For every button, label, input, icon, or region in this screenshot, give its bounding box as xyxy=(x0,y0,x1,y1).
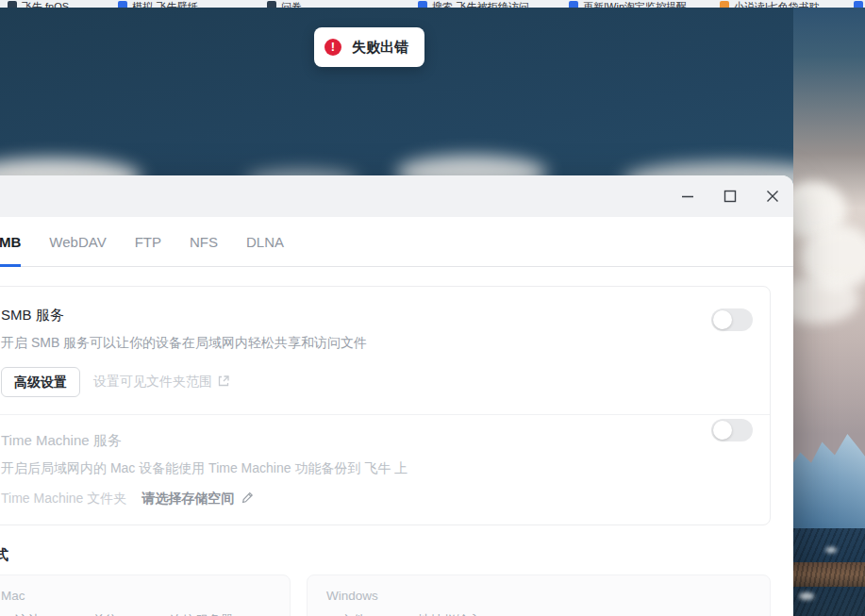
bookmark-label: 飞牛 fnOS xyxy=(22,1,69,8)
bookmark-label: 小说读|七色袋书耽 xyxy=(734,1,820,8)
bookmark-favicon xyxy=(267,1,276,8)
close-button[interactable] xyxy=(757,182,788,210)
connection-step: 3. 连接服务器 xyxy=(156,612,234,616)
connection-step: 1. 文件 xyxy=(326,612,366,616)
bookmark-item[interactable]: 搜索-飞牛被拒绝访问 xyxy=(418,1,529,8)
bookmark-label: 更新!Win淘宝监控提醒 xyxy=(583,1,687,8)
bookmark-favicon xyxy=(720,1,729,8)
bookmark-favicon xyxy=(418,1,427,8)
smb-service-title: SMB 服务 xyxy=(1,305,692,325)
connection-step: 2. 地址栏输入 xyxy=(404,612,482,616)
bookmark-item[interactable]: 小说读|七色袋书耽 xyxy=(720,1,820,8)
windows-card-title: Windows xyxy=(326,589,751,603)
time-machine-toggle[interactable] xyxy=(711,419,753,441)
smb-settings-card: SMB 服务 开启 SMB 服务可以让你的设备在局域网内轻松共享和访问文件 高级… xyxy=(0,286,771,525)
visible-folders-link-label: 设置可见文件夹范围 xyxy=(93,374,212,391)
connection-step: 1. 访达 xyxy=(1,612,41,616)
bookmarks-bar: 飞牛 fnOS模拟-飞牛壁纸问卷搜索-飞牛被拒绝访问更新!Win淘宝监控提醒小说… xyxy=(0,0,865,8)
connection-cards: Mac 1. 访达>>>2. 前往>>>3. 连接服务器 Windows 1. … xyxy=(0,574,771,616)
tab-webdav[interactable]: WebDAV xyxy=(49,217,106,266)
time-machine-folder-label: Time Machine 文件夹 xyxy=(1,491,126,508)
error-icon: ! xyxy=(324,39,341,56)
rock-brown-band xyxy=(793,562,865,587)
bookmark-label: 问卷 xyxy=(281,1,302,8)
mac-card-title: Mac xyxy=(1,589,271,603)
smb-service-section: SMB 服务 开启 SMB 服务可以让你的设备在局域网内轻松共享和访问文件 高级… xyxy=(1,305,753,397)
bookmark-label: 模拟-飞牛壁纸 xyxy=(132,1,198,8)
snow-patch xyxy=(825,547,837,553)
time-machine-folder-value[interactable]: 请选择存储空间 xyxy=(141,491,255,508)
time-machine-description: 开启后局域网内的 Mac 设备能使用 Time Machine 功能备份到 飞牛… xyxy=(1,458,692,477)
window-titlebar xyxy=(0,175,793,217)
visible-folders-link[interactable]: 设置可见文件夹范围 xyxy=(93,374,230,391)
bookmark-favicon xyxy=(569,1,578,8)
time-machine-folder-row: Time Machine 文件夹 请选择存储空间 xyxy=(1,491,692,508)
bookmark-favicon xyxy=(118,1,127,8)
minimize-button[interactable] xyxy=(673,182,703,210)
mac-steps: 1. 访达>>>2. 前往>>>3. 连接服务器 xyxy=(1,612,271,616)
service-tabbar: SMBWebDAVFTPNFSDLNA xyxy=(0,217,793,267)
error-toast-text: 失败出错 xyxy=(352,39,408,57)
bookmark-favicon xyxy=(8,1,17,8)
edit-pencil-icon xyxy=(241,491,255,508)
folder-value-text: 请选择存储空间 xyxy=(141,491,234,508)
bookmark-favicon xyxy=(854,1,863,8)
tab-dlna[interactable]: DLNA xyxy=(246,217,284,266)
error-toast: ! 失败出错 xyxy=(314,27,424,67)
bookmark-item[interactable]: 模拟-飞牛壁纸 xyxy=(118,1,198,8)
windows-connection-card: Windows 1. 文件>>>2. 地址栏输入 xyxy=(307,574,771,616)
maximize-button[interactable] xyxy=(715,182,745,210)
bookmark-label: 搜索-飞牛被拒绝访问 xyxy=(432,1,529,8)
connection-step: 2. 前往 xyxy=(78,612,118,616)
smb-toggle-knob xyxy=(713,310,732,329)
tab-nfs[interactable]: NFS xyxy=(190,217,218,266)
bookmark-item[interactable]: 问卷 xyxy=(267,1,302,8)
external-link-icon xyxy=(217,375,230,391)
time-machine-toggle-knob xyxy=(713,421,732,440)
bookmark-item[interactable]: 更新!Win淘宝监控提醒 xyxy=(569,1,687,8)
advanced-settings-button[interactable]: 高级设置 xyxy=(1,367,80,397)
tab-smb[interactable]: SMB xyxy=(0,217,21,266)
window-content: SMB 服务 开启 SMB 服务可以让你的设备在局域网内轻松共享和访问文件 高级… xyxy=(0,286,793,616)
windows-steps: 1. 文件>>>2. 地址栏输入 xyxy=(326,612,751,616)
smb-actions: 高级设置 设置可见文件夹范围 xyxy=(1,367,692,397)
bookmark-item[interactable] xyxy=(854,1,865,8)
smb-service-description: 开启 SMB 服务可以让你的设备在局域网内轻松共享和访问文件 xyxy=(1,333,692,352)
mac-connection-card: Mac 1. 访达>>>2. 前往>>>3. 连接服务器 xyxy=(0,574,291,616)
tab-ftp[interactable]: FTP xyxy=(135,217,161,266)
snow-patch xyxy=(799,592,814,600)
wallpaper-mountain-column xyxy=(793,8,865,616)
time-machine-section: Time Machine 服务 开启后局域网内的 Mac 设备能使用 Time … xyxy=(1,415,753,508)
smb-toggle[interactable] xyxy=(711,308,753,331)
connection-method-heading: 接方式 xyxy=(0,546,771,564)
file-services-window: SMBWebDAVFTPNFSDLNA SMB 服务 开启 SMB 服务可以让你… xyxy=(0,175,793,616)
bookmark-item[interactable]: 飞牛 fnOS xyxy=(8,1,69,8)
time-machine-title: Time Machine 服务 xyxy=(1,430,692,451)
